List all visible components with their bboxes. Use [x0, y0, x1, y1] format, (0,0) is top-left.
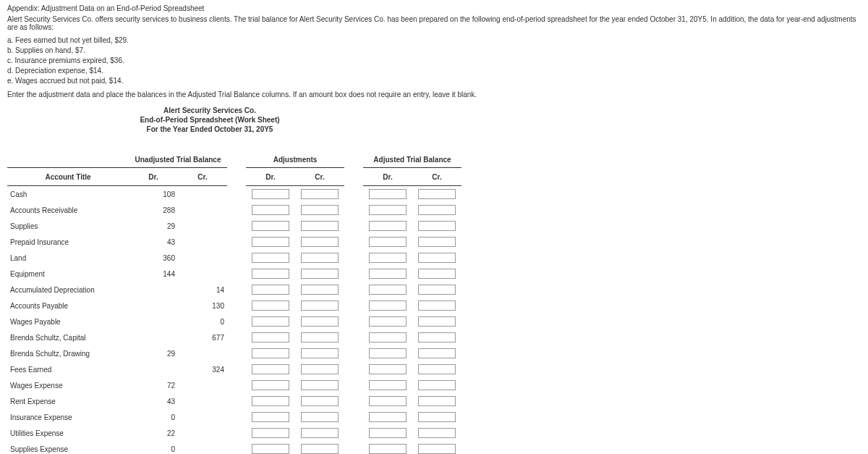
adj-cr-input[interactable]	[301, 316, 339, 327]
company-name: Alert Security Services Co.	[123, 106, 297, 115]
appendix-title: Appendix: Adjustment Data on an End-of-P…	[7, 4, 861, 12]
adjtb-dr-input[interactable]	[369, 237, 407, 247]
table-row: Cash108	[7, 186, 461, 203]
adj-cr-input[interactable]	[301, 332, 339, 342]
unadj-cr-cell: 677	[178, 329, 227, 345]
adj-cr-input[interactable]	[301, 253, 339, 263]
adjustment-item: d. Depreciation expense, $14.	[7, 66, 861, 76]
account-title-cell: Accumulated Depreciation	[7, 282, 129, 298]
unadj-cr-cell: 14	[178, 282, 227, 298]
worksheet-title: End-of-Period Spreadsheet (Work Sheet)	[123, 115, 297, 125]
unadj-cr-cell	[178, 345, 227, 361]
col-cr: Cr.	[295, 168, 344, 186]
col-dr: Dr.	[129, 168, 178, 186]
instruction-text: Enter the adjustment data and place the …	[7, 91, 861, 98]
adj-dr-input[interactable]	[252, 444, 289, 454]
adj-cr-input[interactable]	[301, 300, 339, 311]
unadj-dr-cell: 288	[129, 202, 178, 218]
adj-cr-input[interactable]	[301, 412, 339, 422]
adjtb-dr-input[interactable]	[369, 300, 407, 311]
adj-cr-input[interactable]	[301, 348, 339, 358]
adjtb-dr-input[interactable]	[369, 221, 407, 231]
account-title-cell: Land	[7, 250, 129, 266]
adjtb-dr-input[interactable]	[369, 332, 407, 342]
unadj-dr-cell	[129, 361, 178, 377]
adj-dr-input[interactable]	[252, 364, 289, 374]
adjtb-dr-input[interactable]	[369, 380, 407, 390]
adjtb-cr-input[interactable]	[418, 237, 456, 247]
adjtb-cr-input[interactable]	[418, 348, 456, 358]
unadj-cr-cell	[178, 393, 227, 409]
adjtb-cr-input[interactable]	[418, 332, 456, 342]
adjtb-cr-input[interactable]	[418, 380, 456, 390]
table-row: Utilities Expense22	[7, 425, 461, 441]
adjtb-dr-input[interactable]	[369, 444, 407, 454]
adj-cr-input[interactable]	[301, 380, 339, 390]
adjtb-dr-input[interactable]	[369, 396, 407, 406]
adj-dr-input[interactable]	[252, 316, 289, 327]
adjtb-dr-input[interactable]	[369, 269, 407, 279]
adj-dr-input[interactable]	[252, 205, 289, 215]
adj-dr-input[interactable]	[252, 189, 289, 199]
adjtb-cr-input[interactable]	[418, 205, 456, 215]
adj-cr-input[interactable]	[301, 189, 339, 199]
adj-dr-input[interactable]	[252, 300, 289, 311]
adj-dr-input[interactable]	[252, 380, 289, 390]
adjtb-cr-input[interactable]	[418, 428, 456, 438]
adjtb-dr-input[interactable]	[369, 189, 407, 199]
adjtb-dr-input[interactable]	[369, 428, 407, 438]
table-row: Rent Expense43	[7, 393, 461, 409]
account-title-cell: Insurance Expense	[7, 409, 129, 425]
adjtb-dr-input[interactable]	[369, 205, 407, 215]
adjtb-dr-input[interactable]	[369, 364, 407, 374]
adjtb-dr-input[interactable]	[369, 348, 407, 358]
adjtb-dr-input[interactable]	[369, 253, 407, 263]
adjtb-cr-input[interactable]	[418, 396, 456, 406]
adjtb-cr-input[interactable]	[418, 364, 456, 374]
adj-dr-input[interactable]	[252, 221, 289, 231]
adj-cr-input[interactable]	[301, 221, 339, 231]
unadj-cr-cell	[178, 441, 227, 454]
adjtb-cr-input[interactable]	[418, 285, 456, 295]
adj-dr-input[interactable]	[252, 428, 289, 438]
table-row: Wages Expense72	[7, 377, 461, 393]
unadj-dr-cell: 108	[129, 186, 178, 203]
adjtb-cr-input[interactable]	[418, 189, 456, 199]
adj-cr-input[interactable]	[301, 428, 339, 438]
adj-dr-input[interactable]	[252, 269, 289, 279]
adj-dr-input[interactable]	[252, 396, 289, 406]
adj-dr-input[interactable]	[252, 285, 289, 295]
table-row: Brenda Schultz, Capital677	[7, 329, 461, 345]
adjtb-cr-input[interactable]	[418, 269, 456, 279]
adj-cr-input[interactable]	[301, 396, 339, 406]
unadj-dr-cell: 43	[129, 234, 178, 250]
account-title-cell: Equipment	[7, 266, 129, 282]
adj-dr-input[interactable]	[252, 412, 289, 422]
adjtb-dr-input[interactable]	[369, 316, 407, 327]
adj-dr-input[interactable]	[252, 253, 289, 263]
adjtb-cr-input[interactable]	[418, 444, 456, 454]
adjtb-cr-input[interactable]	[418, 300, 456, 311]
adjtb-cr-input[interactable]	[418, 412, 456, 422]
adj-cr-input[interactable]	[301, 364, 339, 374]
table-row: Prepaid Insurance43	[7, 234, 461, 250]
col-group-unadjusted: Unadjusted Trial Balance	[129, 140, 227, 168]
adjtb-dr-input[interactable]	[369, 285, 407, 295]
adj-dr-input[interactable]	[252, 348, 289, 358]
adj-dr-input[interactable]	[252, 332, 289, 342]
adj-dr-input[interactable]	[252, 237, 289, 247]
table-row: Insurance Expense0	[7, 409, 461, 425]
adj-cr-input[interactable]	[301, 205, 339, 215]
adj-cr-input[interactable]	[301, 269, 339, 279]
adj-cr-input[interactable]	[301, 444, 339, 454]
adjtb-dr-input[interactable]	[369, 412, 407, 422]
unadj-dr-cell: 0	[129, 409, 178, 425]
unadj-dr-cell	[129, 314, 178, 329]
adj-cr-input[interactable]	[301, 237, 339, 247]
account-title-cell: Fees Earned	[7, 361, 129, 377]
adjtb-cr-input[interactable]	[418, 253, 456, 263]
adjtb-cr-input[interactable]	[418, 316, 456, 327]
adj-cr-input[interactable]	[301, 285, 339, 295]
adjtb-cr-input[interactable]	[418, 221, 456, 231]
unadj-dr-cell: 29	[129, 218, 178, 234]
